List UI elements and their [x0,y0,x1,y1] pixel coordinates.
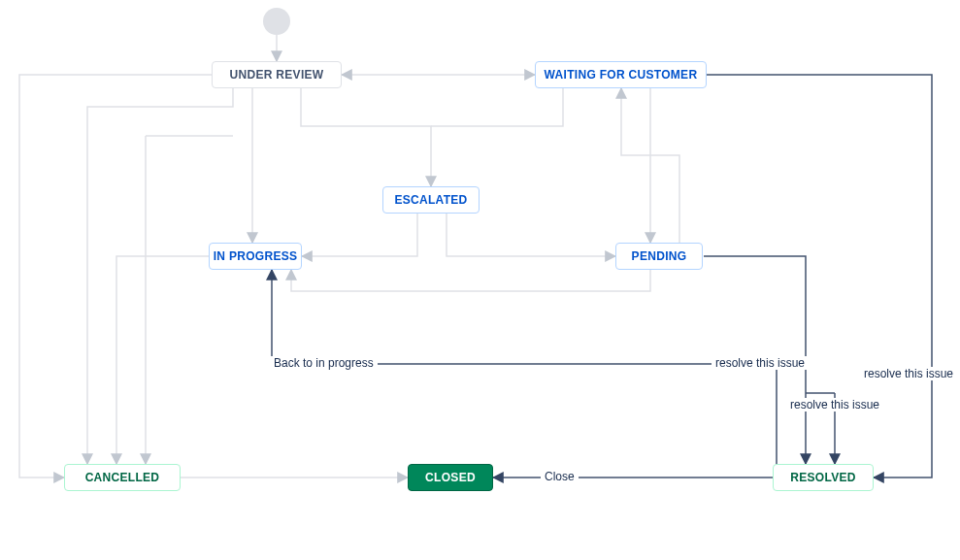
edge-label-close: Close [541,470,579,483]
state-label: CANCELLED [85,471,160,484]
state-waiting-for-customer[interactable]: WAITING FOR CUSTOMER [535,61,707,88]
state-resolved[interactable]: RESOLVED [773,464,874,491]
state-cancelled[interactable]: CANCELLED [64,464,181,491]
state-label: PENDING [632,249,687,263]
edge-label-resolve-this-issue-1: resolve this issue [712,356,809,370]
state-label: RESOLVED [790,471,856,484]
state-label: CLOSED [425,471,476,484]
edge-label-back-to-in-progress: Back to in progress [270,356,378,370]
edge-label-resolve-this-issue-2: resolve this issue [786,398,883,412]
state-label: ESCALATED [394,193,467,207]
state-pending[interactable]: PENDING [615,243,703,270]
state-in-progress[interactable]: IN PROGRESS [209,243,302,270]
state-label: UNDER REVIEW [230,68,324,82]
workflow-diagram: UNDER REVIEW WAITING FOR CUSTOMER ESCALA… [0,0,960,560]
state-escalated[interactable]: ESCALATED [382,186,480,214]
state-closed[interactable]: CLOSED [408,464,493,491]
state-under-review[interactable]: UNDER REVIEW [212,61,342,88]
state-label: WAITING FOR CUSTOMER [545,68,698,82]
workflow-start-node [263,8,290,35]
state-label: IN PROGRESS [214,249,298,263]
edge-label-resolve-this-issue-3: resolve this issue [860,367,957,380]
